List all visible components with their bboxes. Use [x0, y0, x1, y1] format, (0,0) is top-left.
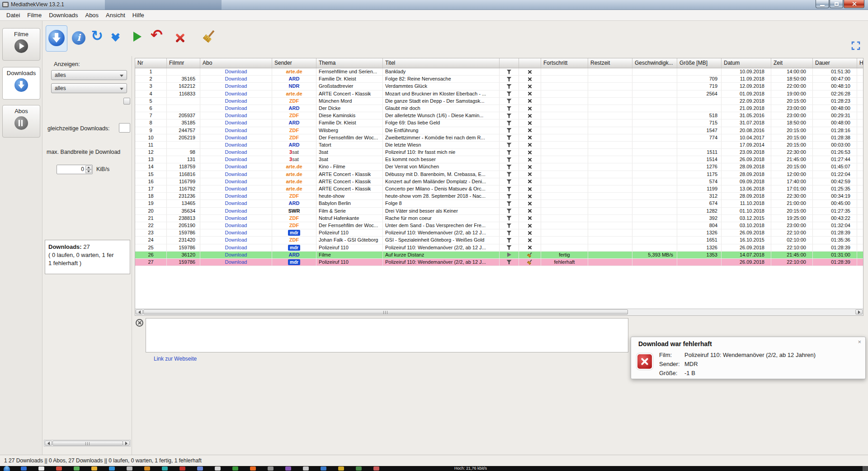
taskbar-icon[interactable] — [91, 466, 97, 471]
delete-download-button[interactable] — [175, 33, 185, 43]
download-start-button[interactable] — [500, 90, 519, 97]
menu-item-ansicht[interactable]: Ansicht — [102, 10, 129, 20]
cell-abo[interactable]: Download — [200, 193, 272, 200]
menu-item-datei[interactable]: Datei — [3, 10, 24, 20]
taskbar-icon[interactable] — [109, 466, 115, 471]
cell-abo[interactable]: Download — [200, 244, 272, 251]
cell-abo[interactable]: Download — [200, 127, 272, 134]
download-start-button[interactable] — [500, 244, 519, 251]
download-stop-button[interactable] — [519, 127, 541, 134]
download-start-button[interactable] — [500, 98, 519, 105]
table-row[interactable]: 13131Download3sat3satEs kommt noch besse… — [135, 156, 863, 163]
tab-abos[interactable]: Abos — [2, 105, 40, 138]
table-row[interactable]: 2636120DownloadARDFilmeAuf kurze Distanz… — [135, 252, 863, 259]
download-stop-button[interactable] — [519, 119, 541, 126]
cell-abo[interactable]: Download — [200, 76, 272, 82]
table-row[interactable]: 2035634DownloadSWRFilm & SerieDrei Väter… — [135, 208, 863, 215]
cell-abo[interactable]: Download — [200, 98, 272, 105]
taskbar-icon[interactable] — [373, 466, 379, 471]
column-header-Dauer[interactable]: Dauer — [813, 58, 857, 68]
download-stop-button[interactable] — [519, 163, 541, 170]
show-filter-combo-1[interactable]: alles — [51, 70, 127, 80]
refresh-button[interactable]: ↻ — [91, 27, 103, 44]
table-row[interactable]: 21238813DownloadZDFNotruf HafenkanteRach… — [135, 215, 863, 222]
cell-abo[interactable]: Download — [200, 186, 272, 192]
cell-abo[interactable]: Download — [200, 252, 272, 258]
menu-item-hilfe[interactable]: Hilfe — [129, 10, 148, 20]
table-row[interactable]: 3162212DownloadNDRGroßstadtrevierVerdamm… — [135, 83, 863, 90]
taskbar-icon[interactable] — [144, 466, 150, 471]
column-header-Filmnr[interactable]: Filmnr — [167, 58, 200, 68]
column-header-Restzeit[interactable]: Restzeit — [588, 58, 632, 68]
download-start-button[interactable] — [500, 156, 519, 163]
column-header-H[interactable]: H — [857, 58, 863, 68]
table-scrollbar[interactable] — [135, 309, 863, 315]
cell-abo[interactable]: Download — [200, 112, 272, 119]
table-row[interactable]: 7205937DownloadZDFDiese KaminskisDer all… — [135, 112, 863, 119]
menu-item-filme[interactable]: Filme — [24, 10, 45, 20]
cell-abo[interactable]: Download — [200, 105, 272, 112]
download-stop-button[interactable] — [519, 178, 541, 185]
taskbar-icon[interactable] — [56, 466, 62, 471]
table-row[interactable]: 24231420DownloadZDFJohan Falk - GSI Göte… — [135, 237, 863, 244]
download-start-button[interactable] — [500, 229, 519, 236]
table-row[interactable]: 22205190DownloadZDFDer Fernsehfilm der W… — [135, 222, 863, 229]
titlebar[interactable]: MediathekView 13.2.1 — [0, 0, 868, 10]
start-button[interactable] — [4, 466, 10, 471]
download-stop-button[interactable] — [519, 105, 541, 112]
download-stop-button[interactable] — [519, 215, 541, 222]
cell-abo[interactable]: Download — [200, 229, 272, 236]
download-stop-button[interactable] — [519, 186, 541, 192]
cell-abo[interactable]: Download — [200, 119, 272, 126]
scrollbar-thumb[interactable] — [143, 309, 628, 314]
table-row[interactable]: 9244757DownloadZDFWilsbergDie Entführung… — [135, 127, 863, 134]
download-start-button[interactable] — [500, 127, 519, 134]
table-row[interactable]: 6DownloadARDDer DickeGlaubt mir doch21.0… — [135, 105, 863, 112]
show-desktop-button[interactable] — [863, 466, 868, 471]
tab-downloads[interactable]: Downloads — [2, 67, 40, 100]
table-row[interactable]: 835185DownloadARDFamilie Dr. KleistFolge… — [135, 119, 863, 127]
minimize-button[interactable] — [816, 0, 829, 8]
download-stop-button[interactable] — [519, 98, 541, 105]
download-stop-button[interactable] — [519, 83, 541, 90]
close-button[interactable] — [844, 0, 864, 8]
taskbar-icon[interactable] — [21, 466, 27, 471]
download-start-button[interactable] — [500, 119, 519, 126]
column-header-Abo[interactable]: Abo — [200, 58, 272, 68]
cell-abo[interactable]: Download — [200, 83, 272, 90]
taskbar-icon[interactable] — [215, 466, 221, 471]
column-header-Größe [MB][interactable]: Größe [MB] — [677, 58, 722, 68]
download-start-button[interactable] — [500, 252, 519, 258]
taskbar-icon[interactable] — [268, 466, 274, 471]
table-row[interactable]: 18231236DownloadZDFheute-showheute-show … — [135, 193, 863, 200]
download-stop-button[interactable] — [519, 193, 541, 200]
update-downloads-icon[interactable] — [48, 30, 65, 46]
panel-scrollbar[interactable] — [44, 440, 131, 447]
column-header-Thema[interactable]: Thema — [316, 58, 383, 68]
notification-close-button[interactable]: × — [858, 338, 861, 345]
download-start-button[interactable] — [500, 83, 519, 90]
cell-abo[interactable]: Download — [200, 222, 272, 229]
cell-abo[interactable]: Download — [200, 163, 272, 170]
film-info-button[interactable]: i — [72, 31, 85, 45]
cell-abo[interactable]: Download — [200, 215, 272, 222]
menu-item-abos[interactable]: Abos — [81, 10, 102, 20]
cell-abo[interactable]: Download — [200, 171, 272, 178]
download-stop-button[interactable] — [519, 156, 541, 163]
cell-abo[interactable]: Download — [200, 237, 272, 243]
download-start-button[interactable] — [500, 105, 519, 112]
table-row[interactable]: 10205219DownloadZDFDer Fernsehfilm der W… — [135, 134, 863, 142]
column-header-Zeit[interactable]: Zeit — [771, 58, 813, 68]
cell-abo[interactable]: Download — [200, 200, 272, 207]
download-stop-button[interactable] — [519, 112, 541, 119]
taskbar-icon[interactable] — [38, 466, 44, 471]
taskbar-icon[interactable] — [250, 466, 256, 471]
concurrent-downloads-field[interactable] — [119, 123, 130, 133]
bandwidth-spinner[interactable]: 0 — [57, 165, 93, 174]
fullscreen-button[interactable] — [850, 40, 862, 52]
cell-abo[interactable]: Download — [200, 259, 272, 266]
scroll-left-button[interactable] — [45, 441, 52, 446]
download-stop-button[interactable] — [519, 149, 541, 156]
table-row[interactable]: 5DownloadZDFMünchen MordDie ganze Stadt … — [135, 98, 863, 105]
download-stop-button[interactable] — [519, 171, 541, 178]
